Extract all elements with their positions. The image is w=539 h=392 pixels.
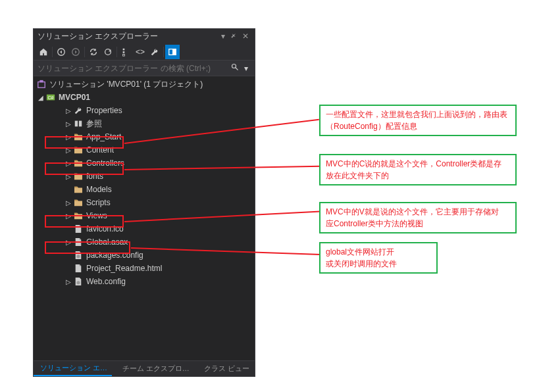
tree-label: Content <box>86 145 114 155</box>
pin-icon[interactable] <box>228 32 239 41</box>
svg-rect-8 <box>38 82 45 88</box>
annotation-box: 一些配置文件，这里就包含我们上面说到的，路由表（RouteConfig）配置信息 <box>319 105 517 136</box>
file-icon <box>73 224 84 234</box>
expand-arrow-icon[interactable]: ▷ <box>64 173 73 180</box>
tab-class-view[interactable]: クラス ビュー <box>197 361 255 376</box>
dropdown-icon[interactable]: ▾ <box>219 32 227 41</box>
svg-rect-3 <box>123 51 125 53</box>
tree-item[interactable]: ▷Properties <box>34 104 255 117</box>
tree-item[interactable]: ▷Scripts <box>34 196 255 209</box>
close-icon[interactable]: ✕ <box>240 32 251 41</box>
tree-item[interactable]: ▷fonts <box>34 170 255 183</box>
expand-arrow-icon[interactable]: ▷ <box>64 147 73 154</box>
tree-label: Global.asax <box>86 237 128 247</box>
tree-item[interactable]: ▷参照 <box>34 117 255 130</box>
tree-item[interactable]: Models <box>34 183 255 196</box>
folder-icon <box>73 145 84 155</box>
tree-view[interactable]: ソリューション 'MVCP01' (1 プロジェクト) ◢ C# MVCP01 … <box>34 76 255 360</box>
tree-label: Controllers <box>86 159 124 168</box>
panel-title-text: ソリューション エクスプローラー <box>38 31 219 42</box>
annotation-box: MVC中的V就是说的这个文件，它主要用于存储对应Controller类中方法的视… <box>319 202 517 233</box>
tree-item[interactable]: ▷App_Start <box>34 130 255 143</box>
expand-arrow-icon[interactable]: ▷ <box>64 239 73 246</box>
svg-rect-2 <box>123 48 125 50</box>
folder-icon <box>73 132 84 142</box>
tree-label: 参照 <box>86 118 102 130</box>
annotation-text: 放在此文件夹下的 <box>326 170 510 182</box>
annotation-box: MVC中的C说的就是这个文件，Controller类都是存放在此文件夹下的 <box>319 154 517 185</box>
search-dropdown-icon[interactable]: ▾ <box>242 64 251 73</box>
solution-explorer-panel: ソリューション エクスプローラー ▾ ✕ <> ▾ ソリューシ <box>33 28 255 377</box>
back-button[interactable] <box>54 45 68 59</box>
expand-arrow-icon[interactable]: ▷ <box>64 199 73 207</box>
expand-arrow-icon[interactable]: ▷ <box>64 278 73 285</box>
cfg-icon <box>73 250 84 260</box>
tree-label: ソリューション 'MVCP01' (1 プロジェクト) <box>49 79 203 90</box>
file-icon <box>73 263 84 274</box>
forward-button[interactable] <box>68 45 83 59</box>
svg-text:C#: C# <box>48 95 54 100</box>
toolbar: <> <box>34 43 255 61</box>
tree-item[interactable]: ▷Content <box>34 143 255 157</box>
tree-label: Web.config <box>86 277 126 286</box>
wrench-icon <box>73 105 84 116</box>
folder-icon <box>73 197 84 208</box>
tree-item[interactable]: favicon.ico <box>34 222 255 235</box>
folder-icon <box>73 158 84 168</box>
preview-button[interactable] <box>165 45 180 59</box>
folder-icon <box>73 171 84 182</box>
tree-item[interactable]: ▷Controllers <box>34 157 255 170</box>
tree-label: Scripts <box>86 198 111 207</box>
tab-team-explorer[interactable]: チーム エクスプロ… <box>116 361 194 376</box>
svg-point-14 <box>76 255 80 258</box>
solution-icon <box>36 79 47 89</box>
folder-icon <box>73 210 84 221</box>
tree-label: App_Start <box>86 132 121 141</box>
code-button[interactable]: <> <box>133 45 147 59</box>
home-button[interactable] <box>36 45 51 59</box>
tree-label: fonts <box>86 172 103 181</box>
search-input[interactable] <box>38 64 228 73</box>
properties-button[interactable] <box>147 45 162 59</box>
tree-label: favicon.ico <box>86 224 124 233</box>
panel-titlebar: ソリューション エクスプローラー ▾ ✕ <box>34 29 255 43</box>
csproj-icon: C# <box>45 92 56 103</box>
folder-icon <box>73 184 84 195</box>
tree-label: Models <box>86 185 112 194</box>
tab-solution-explorer[interactable]: ソリューション エ… <box>34 361 112 376</box>
expand-arrow-icon[interactable]: ▷ <box>64 120 73 128</box>
show-all-button[interactable] <box>118 45 133 59</box>
tree-item[interactable]: ▷Web.config <box>34 275 255 288</box>
search-icon[interactable] <box>228 63 242 73</box>
expand-arrow-icon[interactable]: ▷ <box>64 134 73 141</box>
tree-item[interactable]: ▷Views <box>34 209 255 222</box>
annotation-text: 应Controller类中方法的视图 <box>326 218 510 230</box>
bottom-tabs: ソリューション エ… チーム エクスプロ… クラス ビュー <box>34 360 255 376</box>
cfg-icon <box>73 276 84 287</box>
expand-arrow-icon[interactable]: ◢ <box>36 94 45 101</box>
tree-label: Properties <box>86 106 122 115</box>
svg-rect-9 <box>39 80 43 83</box>
svg-rect-4 <box>123 54 125 56</box>
sync-button[interactable] <box>86 45 101 59</box>
annotation-text: 或关闭时调用的文件 <box>326 258 431 270</box>
tree-item[interactable]: Project_Readme.html <box>34 262 255 275</box>
annotation-text: MVC中的C说的就是这个文件，Controller类都是存 <box>326 158 510 170</box>
tree-item[interactable]: ▷Global.asax <box>34 235 255 249</box>
tree-label: MVCP01 <box>59 93 90 102</box>
expand-arrow-icon[interactable]: ▷ <box>64 107 73 114</box>
svg-rect-13 <box>79 121 82 127</box>
tree-label: packages.config <box>86 251 143 260</box>
annotation-text: 一些配置文件，这里就包含我们上面说到的，路由表 <box>326 109 510 120</box>
expand-arrow-icon[interactable]: ▷ <box>64 160 73 167</box>
solution-node[interactable]: ソリューション 'MVCP01' (1 プロジェクト) <box>34 78 255 91</box>
expand-arrow-icon[interactable]: ▷ <box>64 212 73 220</box>
svg-point-15 <box>76 281 80 284</box>
ref-icon <box>73 118 84 129</box>
refresh-button[interactable] <box>101 45 115 59</box>
svg-point-7 <box>232 64 236 68</box>
file-icon <box>73 237 84 247</box>
project-node[interactable]: ◢ C# MVCP01 <box>34 91 255 104</box>
tree-item[interactable]: packages.config <box>34 249 255 262</box>
annotation-text: MVC中的V就是说的这个文件，它主要用于存储对 <box>326 206 510 218</box>
